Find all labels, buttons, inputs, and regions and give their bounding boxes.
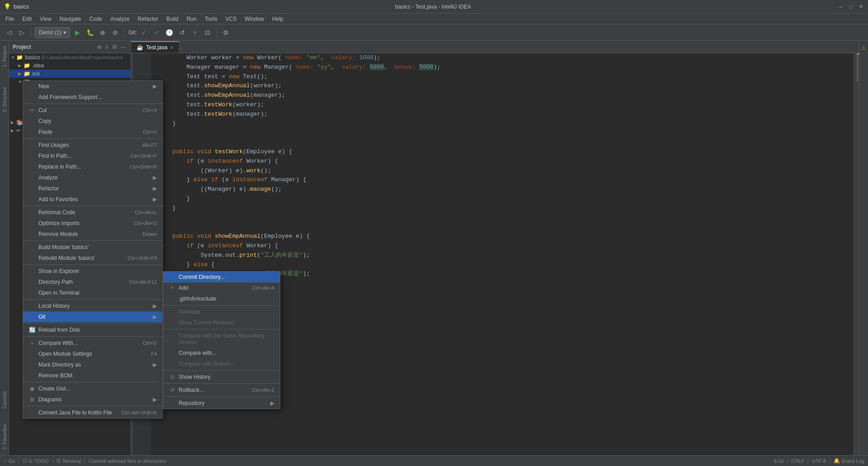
- cm-mark-directory-as[interactable]: Mark Directory as ▶: [23, 359, 162, 370]
- cm-build-module[interactable]: Build Module 'basics': [23, 242, 162, 253]
- tab-test-java[interactable]: ☕ Test.java ✕: [131, 41, 179, 53]
- tree-out[interactable]: ▶ 📁 out: [9, 70, 131, 78]
- git-push-button[interactable]: ⊡: [202, 27, 213, 38]
- run-button[interactable]: ▶: [72, 27, 83, 38]
- back-button[interactable]: ◁: [4, 27, 14, 38]
- tab-close-button[interactable]: ✕: [170, 45, 174, 50]
- app-icon: 💡: [4, 3, 11, 10]
- tree-idea[interactable]: ▶ 📁 .idea: [9, 61, 131, 70]
- menu-window[interactable]: Window: [241, 15, 268, 23]
- cm-find-in-path[interactable]: Find in Path... Ctrl+Shift+F: [23, 151, 162, 161]
- maximize-button[interactable]: □: [847, 3, 854, 10]
- cm-directory-path[interactable]: Directory Path Ctrl+Alt+F12: [23, 277, 162, 287]
- git-branches-button[interactable]: ⑂: [189, 27, 200, 38]
- code-line-12: if (e instanceof Worker) {: [158, 157, 846, 166]
- tree-root-path: E:\JavaSoftware\IdeaProjects\basics: [42, 55, 123, 60]
- sidebar-item-structure[interactable]: 2: Structure: [1, 83, 8, 116]
- git-show-history[interactable]: ⊙ Show History: [163, 372, 280, 382]
- git-sep-4: [163, 383, 280, 384]
- cm-compare-with[interactable]: ≈ Compare With... Ctrl+D: [23, 338, 162, 348]
- menu-code[interactable]: Code: [85, 15, 106, 23]
- cm-find-usages[interactable]: Find Usages Alt+F7: [23, 140, 162, 151]
- cm-add-to-favorites[interactable]: Add to Favorites ▶: [23, 194, 162, 205]
- cm-cut[interactable]: ✂ Cut Ctrl+X: [23, 105, 162, 116]
- cm-analyze[interactable]: Analyze ▶: [23, 172, 162, 183]
- menu-view[interactable]: View: [36, 15, 55, 23]
- toolbar-separator-2: [124, 28, 125, 37]
- git-gitinfo-exclude[interactable]: . .git/info/exclude: [163, 293, 280, 304]
- project-settings-icon[interactable]: ⚙: [111, 43, 118, 51]
- project-minimize-icon[interactable]: —: [120, 43, 127, 51]
- project-sync-icon[interactable]: ⊕: [96, 43, 103, 51]
- git-commit-directory[interactable]: Commit Directory...: [163, 272, 280, 282]
- status-terminal[interactable]: ⊡ Terminal: [57, 458, 81, 464]
- cm-remove-bom[interactable]: Remove BOM: [23, 370, 162, 381]
- minimize-button[interactable]: ─: [837, 3, 844, 10]
- cm-replace-in-path[interactable]: Replace in Path... Ctrl+Shift+R: [23, 161, 162, 172]
- git-rollback[interactable]: ↺ Rollback... Ctrl+Alt+Z: [163, 385, 280, 395]
- project-collapse-icon[interactable]: ≡: [104, 43, 109, 51]
- menu-vcs[interactable]: VCS: [222, 15, 241, 23]
- status-position[interactable]: 6:42: [774, 458, 783, 464]
- git-compare-with[interactable]: Compare with...: [163, 348, 280, 358]
- vertical-scrollbar[interactable]: [854, 53, 859, 455]
- git-label: Git:: [128, 29, 137, 36]
- git-history-button[interactable]: 🕐: [164, 27, 175, 38]
- menu-file[interactable]: File: [2, 15, 18, 23]
- cm-copy[interactable]: Copy: [23, 116, 162, 127]
- tree-root[interactable]: ▼ 📁 basics E:\JavaSoftware\IdeaProjects\…: [9, 53, 131, 61]
- status-todo[interactable]: ☑ 6: TODO: [23, 458, 49, 464]
- git-add[interactable]: + Add Ctrl+Alt+A: [163, 282, 280, 293]
- code-line-15: ((Manager) e).manage();: [158, 185, 846, 194]
- menu-refactor[interactable]: Refactor: [134, 15, 162, 23]
- run-config-dropdown[interactable]: Demo (1) ▾: [35, 27, 70, 38]
- notification-icon[interactable]: ⚠: [859, 42, 868, 53]
- cm-convert-java[interactable]: Convert Java File to Kotlin File Ctrl+Al…: [23, 407, 162, 418]
- forward-button[interactable]: ▷: [16, 27, 27, 38]
- cm-open-terminal[interactable]: Open in Terminal: [23, 287, 162, 298]
- tab-label: Test.java: [146, 44, 167, 51]
- cm-open-module-settings[interactable]: Open Module Settings F4: [23, 348, 162, 359]
- cm-paste[interactable]: Paste Ctrl+V: [23, 127, 162, 137]
- status-git[interactable]: ⑂ Git: [4, 458, 15, 464]
- menu-bar: File Edit View Navigate Code Analyze Ref…: [0, 14, 868, 24]
- cm-reformat-code[interactable]: Reformat Code Ctrl+Alt+L: [23, 207, 162, 218]
- cm-remove-module[interactable]: Remove Module Delete: [23, 229, 162, 240]
- git-check2-icon[interactable]: ✓: [151, 27, 162, 38]
- sidebar-item-commit[interactable]: Commit: [1, 388, 8, 412]
- cm-show-in-explorer[interactable]: Show in Explorer: [23, 266, 162, 277]
- cm-refactor[interactable]: Refactor ▶: [23, 183, 162, 194]
- cm-git[interactable]: Git ▶: [23, 311, 162, 322]
- status-event-log[interactable]: 🔔 Event Log: [834, 458, 864, 464]
- cm-reload-from-disk[interactable]: 🔄 Reload from Disk: [23, 325, 162, 335]
- sidebar-item-project[interactable]: 1: Project: [1, 42, 8, 71]
- settings-button[interactable]: ⚙: [221, 27, 231, 38]
- menu-help[interactable]: Help: [269, 15, 287, 23]
- menu-analyze[interactable]: Analyze: [107, 15, 133, 23]
- menu-tools[interactable]: Tools: [201, 15, 221, 23]
- sidebar-item-favorites[interactable]: 2: Favorites: [1, 420, 8, 453]
- menu-edit[interactable]: Edit: [19, 15, 35, 23]
- code-line-7: test.testWork(manager);: [158, 110, 846, 119]
- close-button[interactable]: ✕: [857, 3, 864, 10]
- git-rollback-button[interactable]: ↺: [177, 27, 188, 38]
- git-rollback-icon: ↺: [169, 387, 176, 393]
- code-line-9: [158, 128, 846, 138]
- status-line-sep[interactable]: CRLF: [792, 458, 805, 464]
- cm-optimize-imports[interactable]: Optimize Imports Ctrl+Alt+O: [23, 218, 162, 229]
- status-encoding[interactable]: UTF-8: [812, 458, 826, 464]
- cm-add-framework[interactable]: Add Framework Support...: [23, 92, 162, 103]
- profile-button[interactable]: ⊘: [110, 27, 121, 38]
- coverage-button[interactable]: ⊕: [97, 27, 108, 38]
- menu-navigate[interactable]: Navigate: [56, 15, 85, 23]
- cm-new[interactable]: New ▶: [23, 81, 162, 92]
- git-check-icon[interactable]: ✓: [139, 27, 150, 38]
- git-repository[interactable]: Repository ▶: [163, 398, 280, 409]
- cm-create-gist[interactable]: ◉ Create Gist...: [23, 383, 162, 394]
- menu-build[interactable]: Build: [163, 15, 182, 23]
- cm-local-history[interactable]: Local History ▶: [23, 301, 162, 311]
- cm-diagrams[interactable]: ⊞ Diagrams ▶: [23, 394, 162, 405]
- cm-rebuild-module[interactable]: Rebuild Module 'basics' Ctrl+Shift+F9: [23, 253, 162, 264]
- debug-button[interactable]: 🐛: [85, 27, 95, 38]
- menu-run[interactable]: Run: [183, 15, 200, 23]
